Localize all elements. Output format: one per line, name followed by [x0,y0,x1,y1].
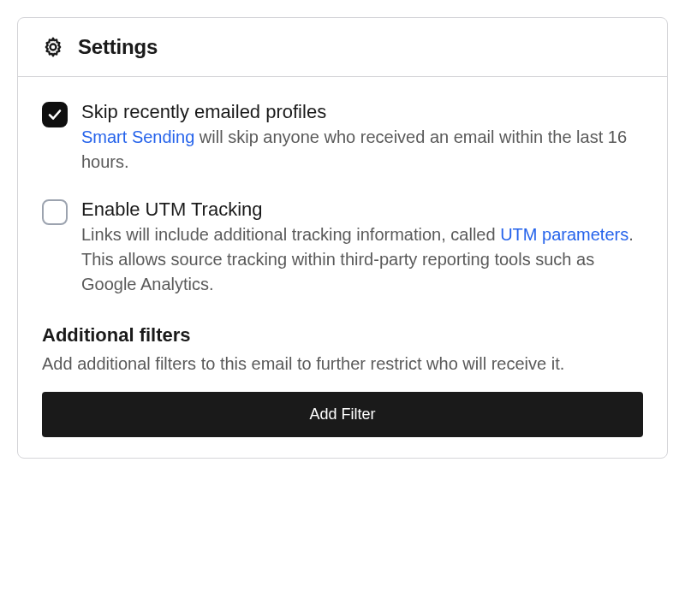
svg-point-0 [51,44,57,50]
panel-body: Skip recently emailed profiles Smart Sen… [18,77,667,458]
link-smart-sending[interactable]: Smart Sending [81,127,194,146]
add-filter-button[interactable]: Add Filter [42,392,643,437]
panel-title: Settings [78,35,158,59]
option-title-skip: Skip recently emailed profiles [81,101,643,123]
checkbox-skip-recently-emailed[interactable] [42,102,68,127]
option-skip-recently-emailed: Skip recently emailed profiles Smart Sen… [42,101,643,175]
option-title-utm: Enable UTM Tracking [81,198,643,221]
settings-panel: Settings Skip recently emailed profiles … [17,17,668,459]
option-desc-utm-before: Links will include additional tracking i… [81,225,500,244]
link-utm-parameters[interactable]: UTM parameters [500,225,628,244]
gear-icon [42,36,64,58]
checkbox-enable-utm-tracking[interactable] [42,199,68,225]
panel-header: Settings [18,18,667,77]
option-desc-utm: Links will include additional tracking i… [81,222,643,297]
check-icon [47,107,63,122]
option-enable-utm-tracking: Enable UTM Tracking Links will include a… [42,198,643,297]
section-title-additional-filters: Additional filters [42,324,643,346]
option-text-skip: Skip recently emailed profiles Smart Sen… [81,101,643,175]
option-text-utm: Enable UTM Tracking Links will include a… [81,198,643,297]
option-desc-skip: Smart Sending will skip anyone who recei… [81,125,643,175]
section-desc-additional-filters: Add additional filters to this email to … [42,352,643,376]
